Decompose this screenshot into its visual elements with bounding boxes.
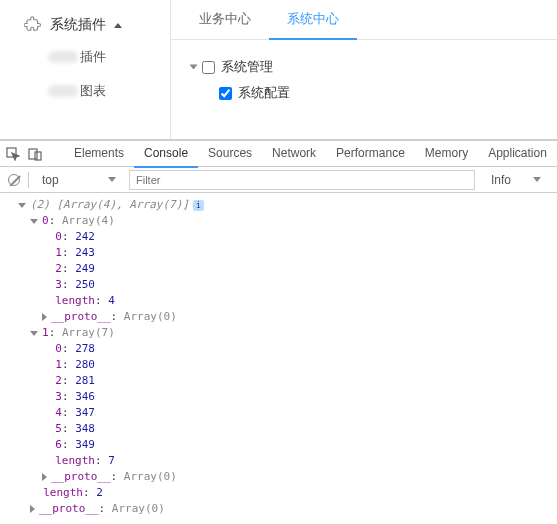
array-length: length: 7 (6, 453, 551, 469)
console-filter-row: top Info (0, 167, 557, 193)
array-header[interactable]: 0: Array(4) (6, 213, 551, 229)
array-item: 5: 348 (6, 421, 551, 437)
tree-checkbox-root[interactable] (202, 61, 215, 74)
filter-input[interactable] (129, 170, 475, 190)
tree-checkbox-child[interactable] (219, 87, 232, 100)
sidebar: 系统插件 插件 图表 (0, 0, 170, 139)
triangle-right-icon (42, 313, 47, 321)
tree-view: 系统管理 系统配置 (171, 40, 557, 120)
dt-tab-application[interactable]: Application (478, 140, 557, 168)
sidebar-item-label: 图表 (80, 82, 106, 100)
array-item: 0: 242 (6, 229, 551, 245)
context-label: top (42, 173, 59, 187)
tree-node-root[interactable]: 系统管理 (191, 54, 537, 80)
array-item: 4: 347 (6, 405, 551, 421)
divider (28, 172, 29, 188)
plugin-icon (24, 16, 42, 34)
svg-rect-1 (29, 149, 37, 159)
triangle-down-icon (190, 65, 198, 70)
array-item: 2: 249 (6, 261, 551, 277)
dt-tab-elements[interactable]: Elements (64, 140, 134, 168)
triangle-right-icon (30, 505, 35, 513)
summary-body: [Array(4), Array(7)] (57, 197, 189, 213)
array-item: 2: 281 (6, 373, 551, 389)
array-item: 6: 349 (6, 437, 551, 453)
sidebar-item-plugin[interactable]: 插件 (0, 40, 170, 74)
triangle-down-icon (18, 203, 26, 208)
dt-tab-network[interactable]: Network (262, 140, 326, 168)
array-proto[interactable]: __proto__: Array(0) (6, 469, 551, 485)
triangle-down-icon (30, 331, 38, 336)
outer-length-line: length: 2 (6, 485, 551, 501)
tree-node-child[interactable]: 系统配置 (219, 80, 537, 106)
sidebar-header-label: 系统插件 (50, 16, 106, 34)
array-item: 1: 280 (6, 357, 551, 373)
clear-console-icon[interactable] (6, 172, 22, 188)
sidebar-item-label: 插件 (80, 48, 106, 66)
summary-prefix: (2) (30, 197, 57, 213)
device-icon[interactable] (28, 146, 42, 162)
sidebar-item-chart[interactable]: 图表 (0, 74, 170, 108)
dt-tab-console[interactable]: Console (134, 140, 198, 168)
array-proto[interactable]: __proto__: Array(0) (6, 309, 551, 325)
outer-proto-line[interactable]: __proto__: Array(0) (6, 501, 551, 517)
tree-label: 系统管理 (221, 58, 273, 76)
tree-label: 系统配置 (238, 84, 290, 102)
array-item: 0: 278 (6, 341, 551, 357)
tab-system[interactable]: 系统中心 (269, 0, 357, 40)
main-area: 业务中心 系统中心 系统管理 系统配置 (170, 0, 557, 139)
dt-tab-memory[interactable]: Memory (415, 140, 478, 168)
blurred-icon (48, 85, 78, 97)
console-output: (2) [Array(4), Array(7)] i 0: Array(4) 0… (0, 193, 557, 524)
array-item: 1: 243 (6, 245, 551, 261)
console-summary-line[interactable]: (2) [Array(4), Array(7)] i (6, 197, 551, 213)
level-label: Info (491, 173, 511, 187)
array-item: 3: 250 (6, 277, 551, 293)
main-tabs: 业务中心 系统中心 (171, 0, 557, 40)
triangle-right-icon (42, 473, 47, 481)
triangle-down-icon (30, 219, 38, 224)
context-select[interactable]: top (35, 170, 123, 190)
info-badge-icon[interactable]: i (193, 200, 204, 211)
tab-business[interactable]: 业务中心 (181, 0, 269, 40)
sidebar-header[interactable]: 系统插件 (0, 10, 170, 40)
array-item: 3: 346 (6, 389, 551, 405)
devtools-panel: Elements Console Sources Network Perform… (0, 140, 557, 524)
devtools-toolbar: Elements Console Sources Network Perform… (0, 141, 557, 167)
chevron-down-icon (533, 177, 541, 182)
inspect-icon[interactable] (6, 146, 20, 162)
level-select[interactable]: Info (481, 171, 551, 189)
dt-tab-performance[interactable]: Performance (326, 140, 415, 168)
devtools-tabs: Elements Console Sources Network Perform… (64, 140, 557, 168)
blurred-icon (48, 51, 78, 63)
array-header[interactable]: 1: Array(7) (6, 325, 551, 341)
array-length: length: 4 (6, 293, 551, 309)
chevron-down-icon (108, 177, 116, 182)
chevron-up-icon (114, 23, 122, 28)
dt-tab-sources[interactable]: Sources (198, 140, 262, 168)
